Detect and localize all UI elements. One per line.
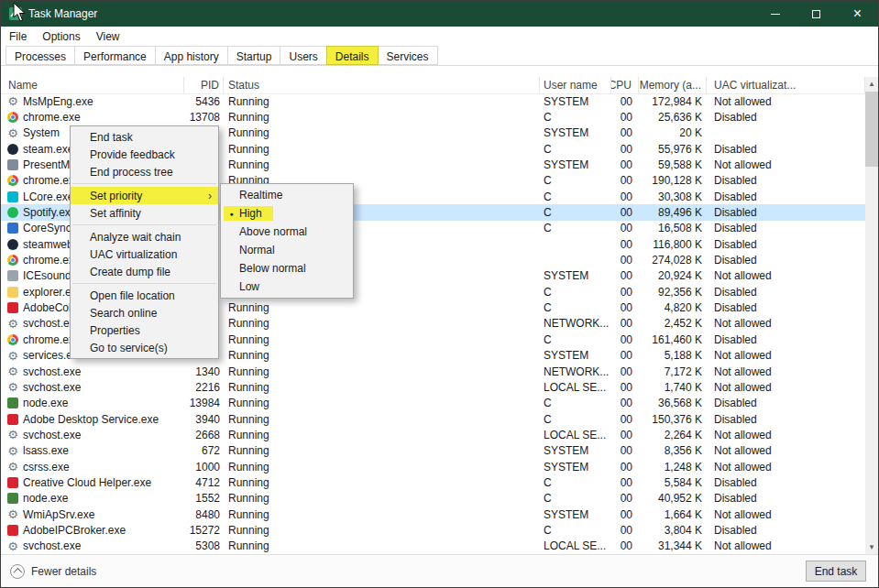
chrome-icon (7, 112, 18, 123)
cell-uac: Disabled (707, 524, 865, 537)
menu-item-end-process-tree[interactable]: End process tree (71, 163, 218, 180)
column-header-pid[interactable]: PID (184, 77, 224, 93)
column-header-user-name[interactable]: User name (540, 77, 611, 93)
cell-uac: Not allowed (707, 349, 865, 362)
tab-processes[interactable]: Processes (5, 46, 75, 65)
cell-pid: 3940 (184, 413, 224, 426)
table-row[interactable]: Creative Cloud Helper.exe4712RunningC005… (1, 474, 865, 490)
submenu-item-below-normal[interactable]: Below normal (221, 259, 353, 278)
cell-cpu: 00 (611, 444, 639, 457)
close-button[interactable]: × (837, 1, 878, 27)
menu-item-label: Create dump file (90, 266, 170, 278)
collapse-chevron-icon (10, 564, 25, 579)
menu-item-set-affinity[interactable]: Set affinity (71, 204, 218, 222)
cell-pid: 5436 (184, 95, 224, 108)
gear-icon (7, 430, 18, 441)
column-header-cpu[interactable]: CPU (611, 77, 639, 93)
process-name: chrome.exe (23, 111, 81, 124)
menu-item-open-file-location[interactable]: Open file location (71, 287, 218, 304)
menu-item-create-dump-file[interactable]: Create dump file (71, 263, 218, 280)
tab-users[interactable]: Users (280, 46, 326, 65)
table-row[interactable]: Adobe Desktop Service.exe3940RunningC001… (1, 411, 865, 427)
menu-item-analyze-wait-chain[interactable]: Analyze wait chain (71, 228, 218, 245)
menu-item-uac-virtualization[interactable]: UAC virtualization (71, 245, 218, 263)
tab-services[interactable]: Services (378, 46, 438, 65)
table-row[interactable]: node.exe1552RunningC0040,952 KDisabled (1, 491, 865, 506)
menu-item-label: Set affinity (90, 207, 141, 220)
cell-user-name: SYSTEM (540, 461, 611, 474)
tab-app-history[interactable]: App history (155, 46, 228, 65)
adobe-icon (7, 477, 18, 488)
submenu-item-normal[interactable]: Normal (221, 241, 353, 259)
process-name: MsMpEng.exe (23, 95, 93, 108)
cell-cpu: 00 (611, 254, 639, 267)
process-name: svchost.exe (23, 539, 81, 552)
table-row[interactable]: svchost.exe2216RunningLOCAL SE...001,740… (1, 379, 865, 395)
table-row[interactable]: svchost.exe2668RunningLOCAL SE...002,264… (1, 427, 865, 442)
menu-item-search-online[interactable]: Search online (71, 304, 218, 321)
cell-user-name: C (540, 492, 611, 505)
context-menu: End taskProvide feedbackEnd process tree… (70, 125, 219, 359)
adobe-sync-icon (7, 223, 18, 234)
submenu-item-low[interactable]: Low (221, 278, 353, 296)
fewer-details-toggle[interactable]: Fewer details (10, 564, 96, 579)
table-row[interactable]: MsMpEng.exe5436RunningSYSTEM00172,984 KN… (1, 93, 865, 109)
cell-user-name: C (540, 191, 611, 203)
table-row[interactable]: svchost.exe5308RunningLOCAL SE...0031,34… (1, 539, 865, 554)
menu-item-go-to-service-s[interactable]: Go to service(s) (71, 339, 218, 356)
table-row[interactable]: lsass.exe672RunningSYSTEM008,356 KNot al… (1, 443, 865, 459)
minimize-button[interactable] (754, 1, 796, 27)
cell-name: chrome.exe (1, 111, 184, 124)
menu-item-set-priority[interactable]: Set priority› (71, 187, 218, 204)
menu-view[interactable]: View (96, 30, 120, 43)
submenu-item-label: Above normal (239, 225, 307, 238)
vertical-scrollbar[interactable]: ▴ ▾ (865, 77, 878, 554)
submenu-item-inner: Above normal (224, 224, 307, 239)
scroll-up-icon[interactable]: ▴ (865, 77, 878, 91)
table-row[interactable]: chrome.exe13708RunningC0025,636 KDisable… (1, 109, 865, 125)
submenu-item-realtime[interactable]: Realtime (221, 186, 353, 204)
column-header-uac-virtualization[interactable]: UAC virtualizat... (707, 77, 865, 93)
submenu-item-above-normal[interactable]: Above normal (221, 223, 353, 241)
table-row[interactable]: AdobeIPCBroker.exe15272RunningC003,804 K… (1, 522, 865, 538)
tab-performance[interactable]: Performance (74, 46, 156, 65)
cell-memory: 92,356 K (639, 286, 707, 299)
process-name: svchost.exe (23, 429, 81, 441)
scrollbar-thumb[interactable] (865, 92, 878, 167)
column-header-status[interactable]: Status (224, 77, 540, 93)
process-name: node.exe (23, 492, 68, 505)
cell-memory: 150,376 K (639, 413, 707, 426)
cell-cpu: 00 (611, 397, 639, 409)
menu-item-end-task[interactable]: End task (71, 128, 218, 146)
gear-icon (7, 318, 18, 329)
cell-memory: 25,636 K (639, 111, 707, 124)
cell-pid: 13708 (184, 111, 224, 124)
table-row[interactable]: svchost.exe1340RunningNETWORK...007,172 … (1, 364, 865, 379)
menu-item-properties[interactable]: Properties (71, 321, 218, 339)
menu-item-provide-feedback[interactable]: Provide feedback (71, 146, 218, 163)
cell-pid: 5308 (184, 539, 224, 552)
tab-details[interactable]: Details (326, 46, 379, 65)
cell-uac: Not allowed (707, 429, 865, 441)
table-row[interactable]: node.exe13984RunningC0036,568 KDisabled (1, 396, 865, 411)
table-row[interactable]: WmiApSrv.exe8480RunningSYSTEM001,664 KNo… (1, 506, 865, 522)
chrome-icon (7, 334, 18, 345)
titlebar: Task Manager × (1, 1, 878, 27)
menu-options[interactable]: Options (42, 30, 80, 43)
cell-uac: Disabled (707, 254, 865, 267)
maximize-button[interactable] (796, 1, 837, 27)
gear-icon (7, 96, 18, 107)
menu-item-label: Provide feedback (90, 148, 175, 161)
column-header-name[interactable]: Name (1, 77, 184, 93)
table-row[interactable]: csrss.exe1000RunningSYSTEM001,248 KNot a… (1, 459, 865, 474)
end-task-button[interactable]: End task (806, 561, 866, 582)
submenu-item-high[interactable]: ●High (221, 204, 353, 223)
maximize-icon (812, 10, 820, 18)
tab-startup[interactable]: Startup (227, 46, 281, 65)
menu-item-label: Properties (90, 324, 140, 337)
cell-uac: Not allowed (707, 539, 865, 552)
cell-uac: Disabled (707, 174, 865, 187)
column-header-memory[interactable]: Memory (a... (639, 77, 707, 93)
scroll-down-icon[interactable]: ▾ (865, 540, 878, 554)
menu-file[interactable]: File (9, 30, 27, 43)
